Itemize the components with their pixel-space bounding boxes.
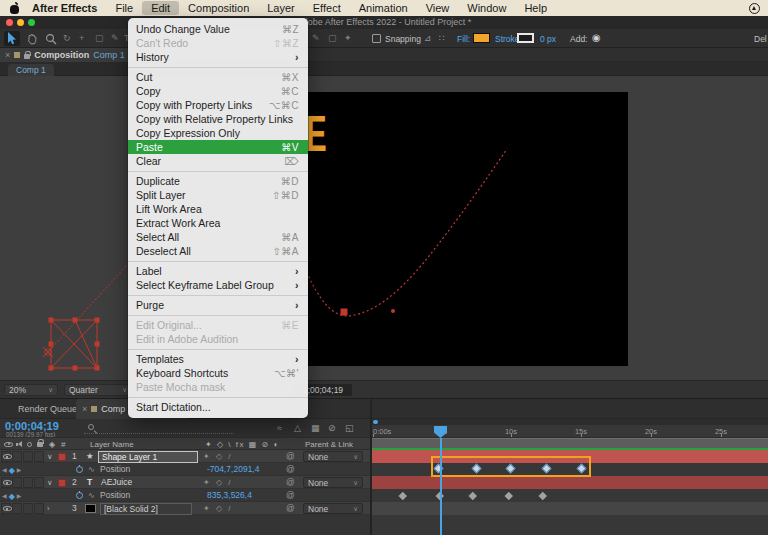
close-panel-icon[interactable]: × bbox=[5, 50, 10, 60]
parent-dropdown[interactable]: None∨ bbox=[303, 477, 363, 488]
puppet-tool-icon[interactable]: ✦ bbox=[344, 33, 352, 44]
parent-link-column-label[interactable]: Parent & Link bbox=[305, 440, 353, 449]
expand-toggle[interactable]: ∨ bbox=[47, 452, 53, 461]
menu-item-history[interactable]: History› bbox=[128, 50, 308, 64]
menu-item-paste[interactable]: Paste⌘V bbox=[128, 140, 308, 154]
keyframe-icon[interactable] bbox=[398, 491, 406, 499]
menu-item-purge[interactable]: Purge› bbox=[128, 298, 308, 312]
frame-blending-icon[interactable]: ▦ bbox=[311, 423, 320, 433]
pickwhip-icon[interactable]: @ bbox=[286, 502, 295, 515]
keyframe-icon[interactable] bbox=[468, 491, 476, 499]
property-row-2[interactable]: ◀◆▶ ∿ Position 835,3,526,4 @ bbox=[0, 489, 370, 502]
timeline-ruler[interactable]: 0:00s05s10s15s20s25s bbox=[372, 425, 768, 438]
menu-item-start-dictation[interactable]: Start Dictation... bbox=[128, 400, 308, 414]
video-toggle[interactable] bbox=[1, 477, 11, 488]
layer-name[interactable]: [Black Solid 2] bbox=[100, 503, 192, 515]
solo-toggle[interactable] bbox=[23, 477, 33, 488]
tab-render-queue[interactable]: Render Queue bbox=[18, 404, 77, 414]
hand-tool[interactable] bbox=[24, 31, 40, 46]
menubar-item-layer[interactable]: Layer bbox=[258, 1, 304, 15]
menubar-item-window[interactable]: Window bbox=[458, 1, 515, 15]
menu-item-copy-with-property-links[interactable]: Copy with Property Links⌥⌘C bbox=[128, 98, 308, 112]
property-value[interactable]: 835,3,526,4 bbox=[207, 489, 252, 502]
menu-item-select-all[interactable]: Select All⌘A bbox=[128, 230, 308, 244]
audio-toggle[interactable] bbox=[12, 503, 22, 514]
selection-tool[interactable] bbox=[4, 31, 20, 46]
pickwhip-icon[interactable]: @ bbox=[286, 450, 295, 463]
menubar-item-animation[interactable]: Animation bbox=[350, 1, 417, 15]
menu-item-undo-change-value[interactable]: Undo Change Value⌘Z bbox=[128, 22, 308, 36]
orbit-tool-icon[interactable]: ↻ bbox=[63, 33, 71, 44]
parent-dropdown[interactable]: None∨ bbox=[303, 451, 363, 462]
fill-label[interactable]: Fill: bbox=[457, 34, 470, 44]
property-name[interactable]: Position bbox=[100, 489, 130, 502]
layer-name[interactable]: Shape Layer 1 bbox=[98, 451, 198, 463]
menu-item-clear[interactable]: Clear⌦ bbox=[128, 154, 308, 168]
property-row-1[interactable]: ◀◆▶ ∿ Position -704,7,2091,4 @ bbox=[0, 463, 370, 476]
minimize-window-button[interactable] bbox=[17, 19, 24, 26]
stopwatch-icon[interactable] bbox=[76, 492, 83, 499]
snapping-label[interactable]: Snapping bbox=[385, 34, 421, 44]
layer-row-1[interactable]: ∨ 1 ★ Shape Layer 1 ✦ ◇ / @ None∨ bbox=[0, 450, 370, 463]
composition-tab[interactable]: × Composition Comp 1 ≡ bbox=[0, 48, 142, 62]
menubar-item-effect[interactable]: Effect bbox=[304, 1, 350, 15]
menu-item-split-layer[interactable]: Split Layer⇧⌘D bbox=[128, 188, 308, 202]
layer-name[interactable]: AEJuice bbox=[101, 476, 132, 489]
close-window-button[interactable] bbox=[6, 19, 13, 26]
layer-row-3[interactable]: › 3 [Black Solid 2] ✦ ◇ / @ None∨ bbox=[0, 502, 370, 515]
zoom-window-button[interactable] bbox=[28, 19, 35, 26]
layer-switches[interactable]: ✦ ◇ / bbox=[203, 476, 233, 489]
clone-tool-icon[interactable]: ▢ bbox=[328, 33, 337, 44]
label-color-chip[interactable] bbox=[58, 479, 66, 487]
snap-option-icon-2[interactable]: ∷ bbox=[439, 33, 445, 44]
brush-tool-icon[interactable]: ✎ bbox=[312, 33, 320, 44]
shape-tool-icon[interactable]: ▢ bbox=[95, 33, 104, 44]
resolution-dropdown[interactable]: Quarter∨ bbox=[64, 384, 132, 396]
menu-item-cut[interactable]: Cut⌘X bbox=[128, 70, 308, 84]
motion-path[interactable] bbox=[305, 149, 507, 316]
pickwhip-icon[interactable]: @ bbox=[286, 489, 295, 502]
menu-item-copy-expression-only[interactable]: Copy Expression Only bbox=[128, 126, 308, 140]
menubar-item-view[interactable]: View bbox=[417, 1, 459, 15]
stroke-color-swatch[interactable] bbox=[517, 33, 534, 43]
snap-option-icon-1[interactable]: ⊿ bbox=[424, 33, 432, 44]
stopwatch-icon[interactable] bbox=[76, 466, 83, 473]
pickwhip-icon[interactable]: @ bbox=[286, 476, 295, 489]
expand-toggle[interactable]: › bbox=[47, 504, 50, 513]
motion-path-keyframe[interactable] bbox=[341, 309, 348, 316]
property-value[interactable]: -704,7,2091,4 bbox=[207, 463, 259, 476]
breadcrumb[interactable]: Comp 1 bbox=[8, 64, 54, 76]
pen-tool-icon[interactable]: ✎ bbox=[111, 33, 119, 44]
audio-toggle[interactable] bbox=[12, 451, 22, 462]
panel-divider[interactable] bbox=[370, 399, 372, 535]
stroke-width-value[interactable]: 0 px bbox=[540, 34, 556, 44]
audio-toggle[interactable] bbox=[12, 477, 22, 488]
menu-item-copy[interactable]: Copy⌘C bbox=[128, 84, 308, 98]
motion-blur-icon[interactable]: ⊘ bbox=[328, 423, 336, 433]
search-icon[interactable] bbox=[88, 424, 94, 430]
label-color-chip[interactable] bbox=[58, 453, 66, 461]
pickwhip-icon[interactable]: @ bbox=[286, 463, 295, 476]
menubar-app-name[interactable]: After Effects bbox=[23, 2, 106, 14]
close-tab-icon[interactable]: × bbox=[82, 404, 87, 414]
shape-wireframe[interactable] bbox=[48, 266, 126, 368]
menubar-item-help[interactable]: Help bbox=[515, 1, 556, 15]
menu-item-extract-work-area[interactable]: Extract Work Area bbox=[128, 216, 308, 230]
menubar-status-icon[interactable] bbox=[749, 3, 760, 14]
search-input[interactable] bbox=[84, 433, 234, 434]
menu-item-copy-with-relative-property-links[interactable]: Copy with Relative Property Links bbox=[128, 112, 308, 126]
workspace-label[interactable]: Del bbox=[754, 34, 767, 44]
layer-switches[interactable]: ✦ ◇ / bbox=[203, 450, 233, 463]
magnification-dropdown[interactable]: 20%∨ bbox=[4, 384, 58, 396]
menu-item-label[interactable]: Label› bbox=[128, 264, 308, 278]
menu-item-deselect-all[interactable]: Deselect All⇧⌘A bbox=[128, 244, 308, 258]
expand-toggle[interactable]: ∨ bbox=[47, 478, 53, 487]
video-toggle[interactable] bbox=[1, 451, 11, 462]
keyframe-icon[interactable] bbox=[538, 491, 546, 499]
zoom-tool[interactable] bbox=[43, 31, 59, 46]
layer-row-2[interactable]: ∨ 2 T AEJuice ✦ ◇ / @ None∨ bbox=[0, 476, 370, 489]
draft-3d-icon[interactable]: △ bbox=[294, 423, 301, 433]
navigator-handle[interactable] bbox=[373, 420, 378, 424]
menu-item-templates[interactable]: Templates› bbox=[128, 352, 308, 366]
graph-editor-icon[interactable]: ◱ bbox=[345, 423, 354, 433]
